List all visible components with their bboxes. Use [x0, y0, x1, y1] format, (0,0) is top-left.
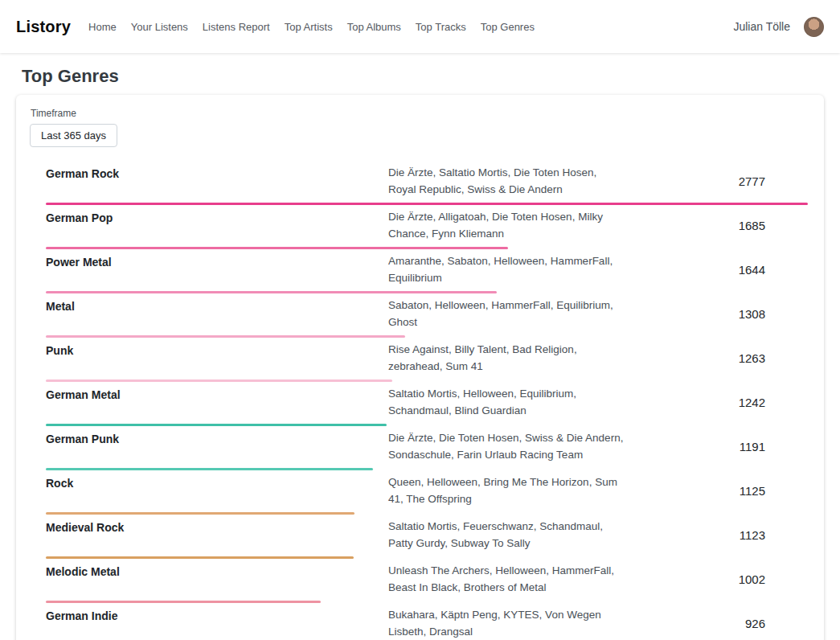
genre-count: 2777 — [739, 174, 808, 188]
genre-row: Rock Queen, Helloween, Bring Me The Hori… — [46, 470, 808, 515]
genre-name: Metal — [46, 297, 388, 314]
genre-name: Melodic Metal — [46, 563, 388, 580]
user-menu[interactable]: Julian Tölle — [733, 17, 824, 37]
genre-row: Punk Rise Against, Billy Talent, Bad Rel… — [46, 338, 808, 382]
genre-row-main: German Pop Die Ärzte, Alligatoah, Die To… — [46, 205, 808, 247]
main-nav: HomeYour ListensListens ReportTop Artist… — [88, 21, 535, 33]
genre-row: German Metal Saltatio Mortis, Helloween,… — [46, 382, 808, 426]
genre-row: German Pop Die Ärzte, Alligatoah, Die To… — [46, 205, 808, 249]
nav-item-top-artists[interactable]: Top Artists — [285, 21, 333, 33]
nav-item-top-tracks[interactable]: Top Tracks — [416, 21, 466, 33]
genre-artists: Die Ärzte, Alligatoah, Die Toten Hosen, … — [388, 209, 625, 242]
genre-artists: Die Ärzte, Die Toten Hosen, Swiss & Die … — [388, 430, 625, 463]
genre-artists: Rise Against, Billy Talent, Bad Religion… — [388, 342, 625, 375]
genre-row: Power Metal Amaranthe, Sabaton, Hellowee… — [46, 249, 808, 293]
genre-row: German Punk Die Ärzte, Die Toten Hosen, … — [46, 426, 808, 470]
page-content: Top Genres Timeframe Last 365 days Germa… — [0, 66, 840, 640]
genre-row-main: Melodic Metal Unleash The Archers, Hello… — [46, 559, 808, 601]
genre-row-main: German Indie Bukahara, Käptn Peng, KYTES… — [46, 603, 808, 640]
genre-name: Rock — [46, 474, 388, 491]
genre-row-main: Medieval Rock Saltatio Mortis, Feuerschw… — [46, 515, 808, 556]
genre-name: German Metal — [46, 386, 388, 403]
genre-artists: Amaranthe, Sabaton, Helloween, HammerFal… — [388, 253, 625, 286]
genre-row: Melodic Metal Unleash The Archers, Hello… — [46, 559, 808, 603]
genre-artists: Queen, Helloween, Bring Me The Horizon, … — [388, 474, 625, 507]
genre-artists: Sabaton, Helloween, HammerFall, Equilibr… — [388, 297, 625, 330]
genre-row-main: Punk Rise Against, Billy Talent, Bad Rel… — [46, 338, 808, 379]
genre-row: Metal Sabaton, Helloween, HammerFall, Eq… — [46, 293, 808, 338]
app-logo[interactable]: Listory — [16, 18, 71, 36]
genre-count: 1308 — [739, 307, 808, 321]
genre-count: 1685 — [739, 219, 808, 232]
genre-count: 1263 — [739, 351, 808, 365]
genre-row: Medieval Rock Saltatio Mortis, Feuerschw… — [46, 515, 808, 559]
genre-count: 1123 — [740, 528, 808, 542]
genre-artists: Saltatio Mortis, Helloween, Equilibrium,… — [388, 386, 625, 419]
avatar — [804, 17, 824, 37]
nav-item-home[interactable]: Home — [88, 21, 117, 33]
timeframe-select[interactable]: Last 365 days — [30, 124, 117, 147]
genre-name: German Rock — [46, 165, 388, 182]
genre-row-main: German Rock Die Ärzte, Saltatio Mortis, … — [46, 161, 808, 203]
genre-row-main: German Punk Die Ärzte, Die Toten Hosen, … — [46, 426, 808, 468]
top-navbar: Listory HomeYour ListensListens ReportTo… — [0, 0, 840, 53]
genre-count: 1002 — [739, 572, 808, 586]
genre-artists: Saltatio Mortis, Feuerschwanz, Schandmau… — [388, 519, 625, 552]
genre-name: Medieval Rock — [46, 519, 388, 535]
genre-name: German Punk — [46, 430, 388, 447]
genre-name: Power Metal — [46, 253, 388, 270]
genre-count: 926 — [745, 617, 808, 630]
genre-name: Punk — [46, 342, 388, 359]
top-genres-card: Timeframe Last 365 days German Rock Die … — [16, 95, 824, 640]
genre-count: 1644 — [739, 263, 808, 277]
nav-item-your-listens[interactable]: Your Listens — [131, 21, 188, 33]
genre-row: German Indie Bukahara, Käptn Peng, KYTES… — [46, 603, 808, 640]
page-title: Top Genres — [22, 66, 824, 87]
genre-artists: Die Ärzte, Saltatio Mortis, Die Toten Ho… — [388, 165, 625, 198]
genre-row-main: Metal Sabaton, Helloween, HammerFall, Eq… — [46, 293, 808, 335]
genre-artists: Unleash The Archers, Helloween, HammerFa… — [388, 563, 625, 596]
timeframe-label: Timeframe — [31, 108, 824, 119]
genre-row-main: Rock Queen, Helloween, Bring Me The Hori… — [46, 470, 808, 512]
genre-name: German Pop — [46, 209, 388, 226]
genre-table: German Rock Die Ärzte, Saltatio Mortis, … — [46, 161, 808, 640]
genre-count: 1191 — [740, 440, 808, 453]
nav-item-top-albums[interactable]: Top Albums — [347, 21, 401, 33]
nav-item-listens-report[interactable]: Listens Report — [203, 21, 270, 33]
genre-artists: Bukahara, Käptn Peng, KYTES, Von Wegen L… — [388, 607, 625, 640]
genre-count: 1125 — [740, 484, 808, 498]
genre-row: German Rock Die Ärzte, Saltatio Mortis, … — [46, 161, 808, 205]
genre-count: 1242 — [739, 396, 808, 409]
genre-row-main: German Metal Saltatio Mortis, Helloween,… — [46, 382, 808, 424]
genre-row-main: Power Metal Amaranthe, Sabaton, Hellowee… — [46, 249, 808, 291]
genre-name: German Indie — [46, 607, 388, 624]
nav-item-top-genres[interactable]: Top Genres — [481, 21, 535, 33]
user-name: Julian Tölle — [733, 20, 790, 33]
